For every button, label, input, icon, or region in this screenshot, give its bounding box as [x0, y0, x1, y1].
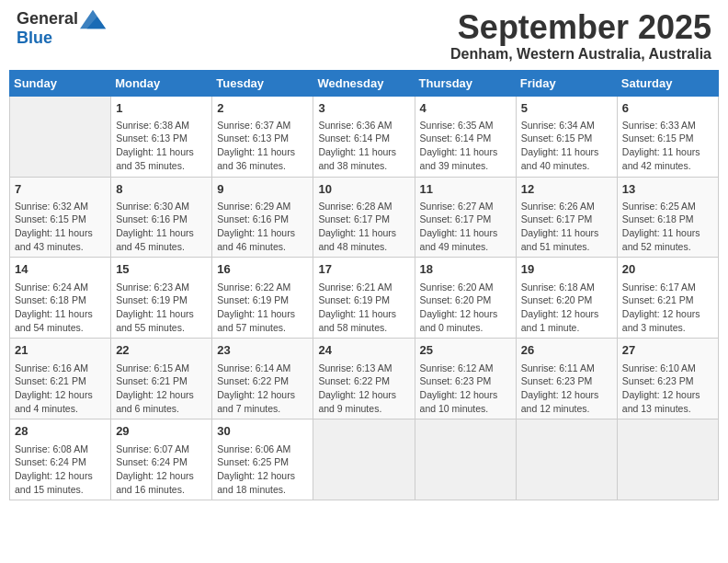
daylight-minutes: and 3 minutes. [622, 321, 713, 335]
daylight-minutes: and 45 minutes. [116, 240, 207, 254]
cell-details: Sunrise: 6:22 AMSunset: 6:19 PMDaylight:… [217, 281, 308, 335]
cell-details: Sunrise: 6:20 AMSunset: 6:20 PMDaylight:… [420, 281, 511, 335]
sunset-text: Sunset: 6:21 PM [622, 293, 713, 307]
weekday-header: Wednesday [313, 70, 415, 96]
daylight-hours: Daylight: 11 hours [420, 226, 511, 240]
calendar-cell: 29Sunrise: 6:07 AMSunset: 6:24 PMDayligh… [111, 419, 212, 500]
daylight-minutes: and 52 minutes. [622, 240, 713, 254]
cell-details: Sunrise: 6:17 AMSunset: 6:21 PMDaylight:… [622, 281, 713, 335]
calendar-cell: 28Sunrise: 6:08 AMSunset: 6:24 PMDayligh… [10, 419, 111, 500]
page-header: General Blue September 2025 Denham, West… [9, 9, 719, 63]
sunset-text: Sunset: 6:18 PM [15, 293, 106, 307]
month-title: September 2025 [450, 9, 711, 46]
daylight-hours: Daylight: 11 hours [521, 145, 612, 159]
sunrise-text: Sunrise: 6:32 AM [15, 200, 106, 213]
cell-details: Sunrise: 6:35 AMSunset: 6:14 PMDaylight:… [420, 119, 511, 173]
sunset-text: Sunset: 6:20 PM [420, 293, 511, 307]
daylight-hours: Daylight: 12 hours [318, 388, 409, 402]
sunrise-text: Sunrise: 6:28 AM [318, 200, 409, 213]
calendar-cell: 27Sunrise: 6:10 AMSunset: 6:23 PMDayligh… [617, 339, 718, 419]
sunset-text: Sunset: 6:25 PM [217, 455, 308, 469]
daylight-hours: Daylight: 12 hours [622, 388, 713, 402]
daylight-hours: Daylight: 12 hours [116, 469, 207, 483]
cell-details: Sunrise: 6:14 AMSunset: 6:22 PMDaylight:… [217, 362, 308, 416]
day-number: 25 [420, 342, 511, 359]
cell-details: Sunrise: 6:33 AMSunset: 6:15 PMDaylight:… [622, 119, 713, 173]
day-number: 13 [622, 181, 713, 198]
sunset-text: Sunset: 6:19 PM [116, 293, 207, 307]
cell-details: Sunrise: 6:28 AMSunset: 6:17 PMDaylight:… [318, 200, 409, 254]
sunset-text: Sunset: 6:24 PM [116, 455, 207, 469]
day-number: 8 [116, 181, 207, 198]
sunset-text: Sunset: 6:15 PM [521, 132, 612, 145]
day-number: 11 [420, 181, 511, 198]
calendar-cell: 9Sunrise: 6:29 AMSunset: 6:16 PMDaylight… [212, 177, 313, 258]
sunrise-text: Sunrise: 6:22 AM [217, 281, 308, 294]
logo: General Blue [17, 9, 106, 48]
daylight-hours: Daylight: 11 hours [116, 307, 207, 321]
weekday-header: Friday [516, 70, 617, 96]
daylight-minutes: and 18 minutes. [217, 483, 308, 497]
sunset-text: Sunset: 6:22 PM [318, 374, 409, 388]
sunset-text: Sunset: 6:23 PM [420, 374, 511, 388]
daylight-hours: Daylight: 11 hours [116, 226, 207, 240]
day-number: 9 [217, 181, 308, 198]
cell-details: Sunrise: 6:30 AMSunset: 6:16 PMDaylight:… [116, 200, 207, 254]
daylight-minutes: and 15 minutes. [15, 483, 106, 497]
day-number: 22 [116, 342, 207, 359]
calendar-cell [415, 419, 516, 500]
cell-details: Sunrise: 6:13 AMSunset: 6:22 PMDaylight:… [318, 362, 409, 416]
sunrise-text: Sunrise: 6:14 AM [217, 362, 308, 375]
day-number: 7 [15, 181, 106, 198]
calendar-cell: 14Sunrise: 6:24 AMSunset: 6:18 PMDayligh… [10, 258, 111, 339]
sunset-text: Sunset: 6:16 PM [217, 213, 308, 226]
sunset-text: Sunset: 6:13 PM [116, 132, 207, 145]
weekday-header: Sunday [10, 70, 111, 96]
daylight-hours: Daylight: 11 hours [217, 226, 308, 240]
calendar-cell: 3Sunrise: 6:36 AMSunset: 6:14 PMDaylight… [313, 96, 415, 177]
day-number: 1 [116, 100, 207, 117]
daylight-hours: Daylight: 12 hours [116, 388, 207, 402]
sunrise-text: Sunrise: 6:24 AM [15, 281, 106, 294]
calendar-cell: 4Sunrise: 6:35 AMSunset: 6:14 PMDaylight… [415, 96, 516, 177]
day-number: 16 [217, 261, 308, 278]
daylight-minutes: and 55 minutes. [116, 321, 207, 335]
cell-details: Sunrise: 6:34 AMSunset: 6:15 PMDaylight:… [521, 119, 612, 173]
daylight-minutes: and 38 minutes. [318, 159, 409, 173]
day-number: 2 [217, 100, 308, 117]
sunset-text: Sunset: 6:16 PM [116, 213, 207, 226]
daylight-minutes: and 48 minutes. [318, 240, 409, 254]
sunset-text: Sunset: 6:14 PM [420, 132, 511, 145]
logo-blue: Blue [17, 29, 52, 47]
day-number: 12 [521, 181, 612, 198]
cell-details: Sunrise: 6:18 AMSunset: 6:20 PMDaylight:… [521, 281, 612, 335]
sunrise-text: Sunrise: 6:29 AM [217, 200, 308, 213]
daylight-hours: Daylight: 11 hours [15, 226, 106, 240]
cell-details: Sunrise: 6:08 AMSunset: 6:24 PMDaylight:… [15, 442, 106, 497]
daylight-hours: Daylight: 12 hours [622, 307, 713, 321]
cell-details: Sunrise: 6:12 AMSunset: 6:23 PMDaylight:… [420, 362, 511, 416]
sunset-text: Sunset: 6:13 PM [217, 132, 308, 145]
calendar-cell: 18Sunrise: 6:20 AMSunset: 6:20 PMDayligh… [415, 258, 516, 339]
sunrise-text: Sunrise: 6:13 AM [318, 362, 409, 375]
calendar-cell: 12Sunrise: 6:26 AMSunset: 6:17 PMDayligh… [516, 177, 617, 258]
calendar-cell: 21Sunrise: 6:16 AMSunset: 6:21 PMDayligh… [10, 339, 111, 419]
daylight-minutes: and 16 minutes. [116, 483, 207, 497]
daylight-minutes: and 57 minutes. [217, 321, 308, 335]
daylight-minutes: and 9 minutes. [318, 402, 409, 416]
calendar-week-row: 14Sunrise: 6:24 AMSunset: 6:18 PMDayligh… [10, 258, 719, 339]
sunset-text: Sunset: 6:17 PM [318, 213, 409, 226]
calendar-cell: 23Sunrise: 6:14 AMSunset: 6:22 PMDayligh… [212, 339, 313, 419]
calendar-week-row: 28Sunrise: 6:08 AMSunset: 6:24 PMDayligh… [10, 419, 719, 500]
calendar-cell: 26Sunrise: 6:11 AMSunset: 6:23 PMDayligh… [516, 339, 617, 419]
calendar-cell [10, 96, 111, 177]
day-number: 28 [15, 423, 106, 440]
daylight-minutes: and 4 minutes. [15, 402, 106, 416]
sunset-text: Sunset: 6:17 PM [521, 213, 612, 226]
day-number: 10 [318, 181, 409, 198]
cell-details: Sunrise: 6:25 AMSunset: 6:18 PMDaylight:… [622, 200, 713, 254]
daylight-hours: Daylight: 11 hours [15, 307, 106, 321]
daylight-hours: Daylight: 12 hours [521, 307, 612, 321]
daylight-minutes: and 54 minutes. [15, 321, 106, 335]
daylight-hours: Daylight: 11 hours [521, 226, 612, 240]
